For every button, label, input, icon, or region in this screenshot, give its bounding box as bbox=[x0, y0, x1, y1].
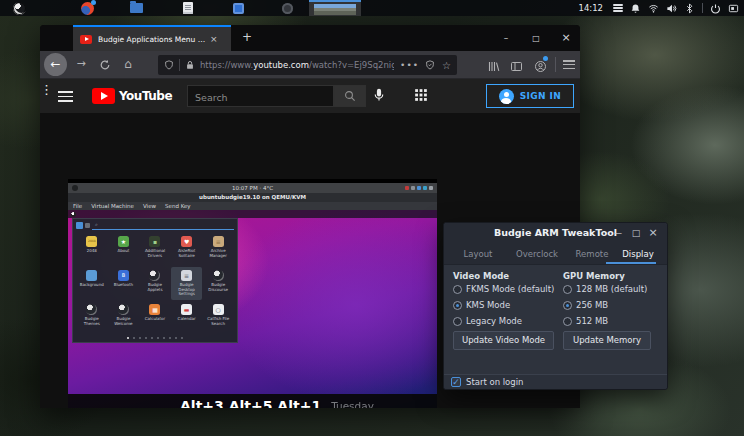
dialog-minimize-button[interactable] bbox=[611, 226, 625, 240]
vm-app-item[interactable]: ▪Additional Drivers bbox=[139, 233, 171, 266]
library-icon[interactable] bbox=[487, 58, 500, 77]
vm-app-icon: ▪ bbox=[149, 236, 160, 247]
vm-app-item[interactable]: Budgie Themes bbox=[76, 301, 108, 334]
vm-menu-virtual-machine: Virtual Machine bbox=[91, 203, 134, 209]
lock-icon[interactable] bbox=[185, 60, 195, 70]
start-on-login-checkbox[interactable] bbox=[451, 377, 461, 387]
voice-search-icon[interactable] bbox=[372, 87, 386, 103]
vm-app-item[interactable]: Budgie Discourse bbox=[202, 267, 234, 300]
page-actions-icon[interactable]: ••• bbox=[400, 60, 419, 70]
youtube-search-input[interactable] bbox=[188, 88, 333, 108]
back-button[interactable] bbox=[44, 53, 67, 76]
tracking-shield-icon[interactable] bbox=[164, 60, 174, 70]
vm-app-icon: ○ bbox=[213, 304, 224, 315]
radio-legacy-mode[interactable]: Legacy Mode bbox=[453, 315, 522, 327]
vm-app-label: Additional Drivers bbox=[140, 249, 170, 258]
vm-app-item[interactable]: Background bbox=[76, 267, 108, 300]
text-editor-icon[interactable] bbox=[183, 2, 193, 14]
home-button[interactable] bbox=[120, 57, 136, 71]
window-minimize-button[interactable] bbox=[499, 31, 513, 45]
vm-app-item[interactable]: ★About bbox=[108, 233, 140, 266]
tab-overclock[interactable]: Overclock bbox=[508, 243, 566, 265]
reload-button[interactable] bbox=[97, 59, 113, 71]
youtube-menu-icon[interactable] bbox=[58, 91, 73, 102]
youtube-search-button[interactable] bbox=[334, 85, 366, 107]
tab-layout[interactable]: Layout bbox=[452, 243, 504, 265]
vm-app-icon: ▬ bbox=[181, 304, 192, 315]
dialog-titlebar[interactable]: Budgie ARM TweakTool bbox=[444, 223, 667, 243]
pager-dot[interactable] bbox=[127, 337, 129, 339]
radio-128mb[interactable]: 128 MB (default) bbox=[563, 283, 647, 295]
youtube-options-icon[interactable]: ⋮ bbox=[40, 82, 53, 97]
vm-app-label: About bbox=[108, 249, 138, 254]
start-on-login-label: Start on login bbox=[466, 377, 523, 387]
vm-app-item[interactable]: ▬Calendar bbox=[171, 301, 203, 334]
vm-app-item[interactable]: ▦Calculator bbox=[139, 301, 171, 334]
pager-dot[interactable] bbox=[175, 337, 177, 339]
firefox-icon[interactable] bbox=[81, 2, 94, 15]
bookmark-star-icon[interactable]: ☆ bbox=[442, 60, 451, 71]
vm-search-input: ⌕ bbox=[92, 221, 234, 230]
forward-button[interactable] bbox=[73, 57, 89, 70]
dialog-close-button[interactable] bbox=[646, 226, 660, 240]
pager-dot[interactable] bbox=[169, 337, 171, 339]
window-close-button[interactable] bbox=[559, 31, 573, 45]
tab-close-icon[interactable]: × bbox=[210, 34, 218, 44]
pager-dot[interactable] bbox=[181, 337, 183, 339]
tray-window-icon[interactable] bbox=[728, 3, 739, 14]
sign-in-button[interactable]: SIGN IN bbox=[486, 84, 574, 108]
notifications-bell-icon[interactable] bbox=[630, 3, 641, 14]
budgie-menu-icon[interactable] bbox=[13, 2, 26, 15]
browser-tab[interactable]: Budgie Applications Menu Apple × bbox=[73, 25, 231, 51]
video-player[interactable]: 10:07 PM · 4°C ubuntubudgie19.10 on QEMU… bbox=[68, 179, 437, 408]
panel-menu-icon[interactable] bbox=[613, 4, 623, 12]
account-icon[interactable] bbox=[534, 58, 547, 77]
pager-dot[interactable] bbox=[145, 337, 147, 339]
vm-app-grid: 20482048★About▪Additional Drivers♥AisleR… bbox=[73, 232, 237, 334]
bluetooth-icon[interactable] bbox=[684, 3, 695, 14]
video-mode-heading: Video Mode bbox=[453, 271, 509, 281]
radio-kms-mode[interactable]: KMS Mode bbox=[453, 299, 510, 311]
pager-dot[interactable] bbox=[151, 337, 153, 339]
update-video-mode-button[interactable]: Update Video Mode bbox=[453, 331, 554, 350]
radio-512mb[interactable]: 512 MB bbox=[563, 315, 608, 327]
active-window-preview[interactable] bbox=[309, 0, 361, 16]
sidebar-icon[interactable] bbox=[510, 58, 523, 77]
vm-app-item[interactable]: Budgie Welcome bbox=[108, 301, 140, 334]
youtube-apps-icon[interactable] bbox=[414, 88, 428, 102]
vm-top-panel bbox=[68, 210, 437, 218]
youtube-logo[interactable]: YouTube bbox=[92, 88, 172, 104]
vm-app-item[interactable]: ≡Budgie Desktop Settings bbox=[171, 267, 203, 300]
power-icon[interactable] bbox=[710, 3, 721, 14]
vm-app-item[interactable]: ♥AisleRiot Solitaire bbox=[171, 233, 203, 266]
pager-dot[interactable] bbox=[139, 337, 141, 339]
volume-icon[interactable] bbox=[666, 3, 677, 14]
file-manager-icon[interactable] bbox=[130, 3, 143, 13]
pager-dot[interactable] bbox=[133, 337, 135, 339]
vm-app-item[interactable]: ≡Archive Manager bbox=[202, 233, 234, 266]
dialog-maximize-button[interactable] bbox=[629, 226, 643, 240]
browser-menu-icon[interactable] bbox=[563, 60, 575, 69]
pager-dot[interactable] bbox=[157, 337, 159, 339]
youtube-search-box[interactable] bbox=[187, 85, 334, 107]
window-maximize-button[interactable] bbox=[529, 31, 543, 45]
vm-app-label: Budgie Discourse bbox=[203, 283, 233, 292]
update-memory-button[interactable]: Update Memory bbox=[563, 331, 651, 350]
pager-dot[interactable] bbox=[163, 337, 165, 339]
radio-fkms-mode[interactable]: FKMS Mode (default) bbox=[453, 283, 554, 295]
radio-256mb[interactable]: 256 MB bbox=[563, 299, 608, 311]
vm-menu-file: File bbox=[73, 203, 82, 209]
clock[interactable]: 14:12 bbox=[579, 3, 604, 13]
vm-app-item[interactable]: Budgie Applets bbox=[139, 267, 171, 300]
new-tab-button[interactable]: + bbox=[242, 30, 252, 44]
settings-icon[interactable] bbox=[282, 3, 293, 14]
wifi-icon[interactable] bbox=[648, 3, 659, 14]
vm-app-item[interactable]: ○Catfish File Search bbox=[202, 301, 234, 334]
software-center-icon[interactable] bbox=[233, 3, 244, 14]
vm-app-item[interactable]: 20482048 bbox=[76, 233, 108, 266]
url-bar[interactable]: https://www.youtube.com/watch?v=Ej9Sq2ni… bbox=[158, 55, 457, 75]
vm-app-icon: ≡ bbox=[181, 270, 192, 281]
pocket-shield-icon[interactable] bbox=[425, 60, 435, 70]
vm-app-item[interactable]: BBluetooth bbox=[108, 267, 140, 300]
vm-menubar: File Virtual Machine View Send Key bbox=[68, 202, 437, 210]
